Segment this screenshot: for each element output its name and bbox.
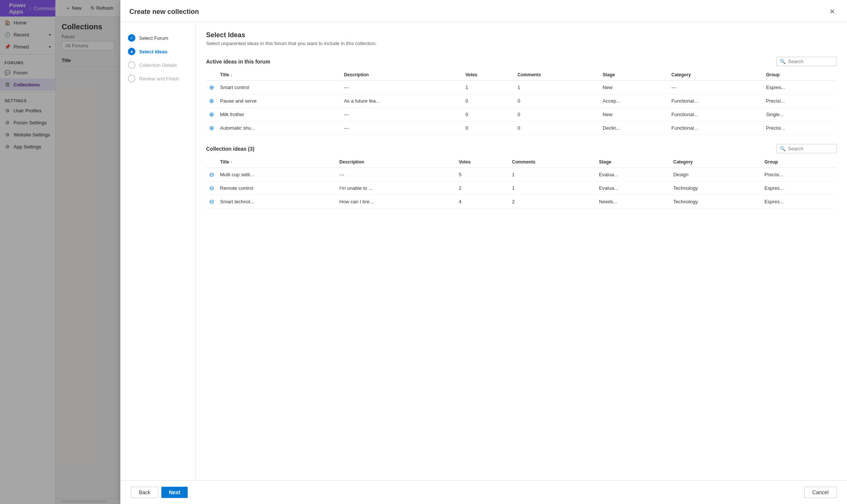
table-row[interactable]: ⊕ Milk frother --- 0 0 New Functional...…: [206, 108, 836, 121]
table-row[interactable]: ⊖ Smart technol... How can I bre... 4 2 …: [206, 195, 836, 209]
col-description-active: Description: [341, 69, 462, 81]
col-category-collection: Category: [670, 156, 761, 168]
collection-ideas-search-input[interactable]: [788, 146, 833, 151]
idea-title: Multi cup setti...: [217, 168, 336, 182]
step-label-select-ideas: Select Ideas: [139, 49, 167, 54]
step-circle-1: ✓: [128, 34, 135, 42]
content-title: Select Ideas: [206, 31, 836, 39]
search-icon-1: 🔍: [780, 59, 786, 64]
table-row[interactable]: ⊕ Pause and serve As a future fea... 0 0…: [206, 94, 836, 108]
sort-arrow-title: ↓: [231, 73, 232, 77]
col-title-active: Title ↓: [217, 69, 341, 81]
idea-comments: 1: [515, 81, 600, 94]
idea-title: Milk frother: [217, 108, 341, 121]
col-votes-collection: Votes: [456, 156, 509, 168]
col-group-collection: Group: [761, 156, 836, 168]
idea-stage: New: [600, 81, 668, 94]
active-ideas-search-box[interactable]: 🔍: [776, 57, 836, 66]
add-icon[interactable]: ⊕: [209, 98, 214, 104]
idea-group: Precisi...: [763, 94, 836, 108]
wizard-step-select-forum[interactable]: ✓ Select Forum: [126, 31, 189, 45]
idea-description: How can I bre...: [336, 195, 455, 209]
back-button[interactable]: Back: [131, 487, 158, 498]
footer-left-buttons: Back Next: [131, 487, 188, 498]
active-ideas-table-head: Title ↓ Description Votes Comments Stage…: [206, 69, 836, 81]
table-row[interactable]: ⊖ Remote control I'm unable to ... 2 1 E…: [206, 182, 836, 195]
idea-description: ---: [336, 168, 455, 182]
step-circle-3: [128, 61, 135, 69]
dialog-header: Create new collection ✕: [120, 0, 847, 22]
col-comments-active: Comments: [515, 69, 600, 81]
idea-comments: 2: [509, 195, 596, 209]
idea-description: I'm unable to ...: [336, 182, 455, 195]
idea-stage: Evalua...: [596, 168, 670, 182]
collection-ideas-table: Title ↑ Description Votes Comments Stage…: [206, 156, 836, 209]
step-label-collection-details: Collection Details: [139, 62, 177, 68]
idea-category: Functional...: [668, 108, 763, 121]
idea-category: Technology: [670, 182, 761, 195]
idea-votes: 0: [462, 108, 515, 121]
step-label-review-finish: Review and Finish: [139, 76, 179, 82]
table-row[interactable]: ⊕ Smart control --- 1 1 New --- Espres..…: [206, 81, 836, 94]
idea-title: Remote control: [217, 182, 336, 195]
col-category-active: Category: [668, 69, 763, 81]
add-icon[interactable]: ⊕: [209, 125, 214, 131]
col-votes-active: Votes: [462, 69, 515, 81]
idea-category: Functional...: [668, 94, 763, 108]
idea-title: Pause and serve: [217, 94, 341, 108]
idea-group: Single...: [763, 108, 836, 121]
collection-ideas-search-box[interactable]: 🔍: [776, 144, 836, 153]
idea-votes: 1: [462, 81, 515, 94]
collection-ideas-table-body: ⊖ Multi cup setti... --- 5 1 Evalua... D…: [206, 168, 836, 209]
idea-group: Espres...: [763, 81, 836, 94]
idea-description: ---: [341, 81, 462, 94]
idea-votes: 2: [456, 182, 509, 195]
idea-comments: 1: [509, 168, 596, 182]
idea-votes: 5: [456, 168, 509, 182]
idea-comments: 1: [509, 182, 596, 195]
idea-stage: Needs...: [596, 195, 670, 209]
next-button[interactable]: Next: [161, 487, 188, 498]
idea-description: As a future fea...: [341, 94, 462, 108]
idea-stage: Evalua...: [596, 182, 670, 195]
idea-group: Precisi...: [761, 168, 836, 182]
idea-comments: 0: [515, 108, 600, 121]
idea-comments: 0: [515, 94, 600, 108]
idea-title: Smart technol...: [217, 195, 336, 209]
idea-category: Functional...: [668, 121, 763, 135]
table-row[interactable]: ⊖ Multi cup setti... --- 5 1 Evalua... D…: [206, 168, 836, 182]
idea-title: Automatic shu...: [217, 121, 341, 135]
table-row[interactable]: ⊕ Automatic shu... --- 0 0 Declin... Fun…: [206, 121, 836, 135]
idea-group: Espres...: [761, 195, 836, 209]
active-ideas-table-body: ⊕ Smart control --- 1 1 New --- Espres..…: [206, 81, 836, 135]
wizard-step-collection-details[interactable]: Collection Details: [126, 58, 189, 72]
cancel-button[interactable]: Cancel: [804, 487, 836, 498]
active-ideas-table: Title ↓ Description Votes Comments Stage…: [206, 69, 836, 135]
collection-ideas-section-header: Collection ideas (3) 🔍: [206, 144, 836, 153]
col-stage-active: Stage: [600, 69, 668, 81]
idea-description: ---: [341, 108, 462, 121]
dialog-body: ✓ Select Forum ● Select Ideas Collection…: [120, 22, 847, 480]
search-icon-2: 🔍: [780, 146, 786, 151]
active-ideas-search-input[interactable]: [788, 59, 833, 64]
close-button[interactable]: ✕: [826, 6, 838, 17]
idea-category: Technology: [670, 195, 761, 209]
step-label-select-forum: Select Forum: [139, 35, 168, 41]
idea-stage: Accep...: [600, 94, 668, 108]
add-icon[interactable]: ⊕: [209, 84, 214, 91]
idea-group: Precisi...: [763, 121, 836, 135]
idea-category: Design: [670, 168, 761, 182]
step-circle-4: [128, 75, 135, 82]
collection-ideas-label: Collection ideas (3): [206, 146, 254, 152]
col-stage-collection: Stage: [596, 156, 670, 168]
idea-votes: 0: [462, 121, 515, 135]
add-icon[interactable]: ⊕: [209, 111, 214, 118]
col-comments-collection: Comments: [509, 156, 596, 168]
wizard-step-select-ideas[interactable]: ● Select Ideas: [126, 45, 189, 58]
remove-icon[interactable]: ⊖: [209, 198, 214, 205]
remove-icon[interactable]: ⊖: [209, 185, 214, 191]
col-title-collection: Title ↑: [217, 156, 336, 168]
idea-category: ---: [668, 81, 763, 94]
remove-icon[interactable]: ⊖: [209, 171, 214, 178]
wizard-step-review-finish[interactable]: Review and Finish: [126, 72, 189, 85]
